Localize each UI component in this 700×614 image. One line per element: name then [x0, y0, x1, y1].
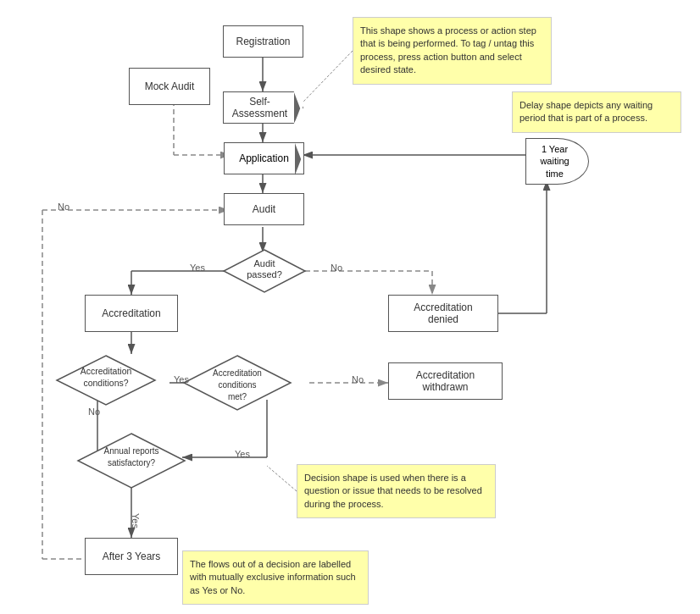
label-no2: No: [352, 374, 364, 384]
svg-text:satisfactory?: satisfactory?: [108, 458, 156, 467]
accreditation-denied-node: Accreditation denied: [388, 295, 498, 332]
application-node: Application: [224, 142, 304, 174]
svg-text:Accreditation: Accreditation: [81, 366, 132, 376]
svg-text:Audit: Audit: [253, 258, 275, 268]
accreditation-node: Accreditation: [85, 295, 178, 332]
audit-node: Audit: [224, 193, 304, 225]
svg-text:conditions: conditions: [218, 380, 256, 390]
registration-node: Registration: [223, 25, 303, 58]
tooltip-flows: The flows out of a decision are labelled…: [182, 550, 369, 605]
label-no-audit: No: [58, 202, 69, 212]
after-years-node: After 3 Years: [85, 538, 178, 575]
accreditation-conditions-diamond: Accreditation conditions?: [55, 354, 157, 407]
self-assessment-node: Self-Assessment: [223, 91, 303, 124]
mock-audit-node: Mock Audit: [129, 68, 210, 105]
label-yes4: Yes: [131, 513, 141, 528]
accreditation-withdrawn-node: Accreditation withdrawn: [388, 362, 503, 400]
tooltip-delay: Delay shape depicts any waiting period t…: [512, 91, 681, 133]
svg-text:passed?: passed?: [247, 269, 282, 279]
svg-text:Annual reports: Annual reports: [103, 446, 158, 456]
label-no1: No: [331, 263, 342, 273]
label-no3: No: [88, 407, 100, 417]
audit-passed-diamond: Audit passed?: [222, 248, 307, 294]
svg-text:met?: met?: [228, 392, 247, 401]
annual-reports-diamond: Annual reports satisfactory?: [76, 432, 186, 490]
label-yes3: Yes: [235, 449, 250, 459]
accreditation-conditions-met-diamond: Accreditation conditions met?: [182, 354, 292, 412]
waiting-time-node: 1 Year waiting time: [525, 138, 589, 185]
tooltip-process: This shape shows a process or action ste…: [353, 17, 552, 85]
tooltip-decision: Decision shape is used when there is a q…: [297, 464, 496, 518]
label-yes1: Yes: [190, 263, 205, 273]
label-yes2: Yes: [174, 374, 189, 384]
diagram-container: Registration Self-Assessment Mock Audit …: [0, 0, 700, 614]
svg-text:Accreditation: Accreditation: [213, 368, 262, 378]
svg-text:conditions?: conditions?: [83, 378, 128, 388]
